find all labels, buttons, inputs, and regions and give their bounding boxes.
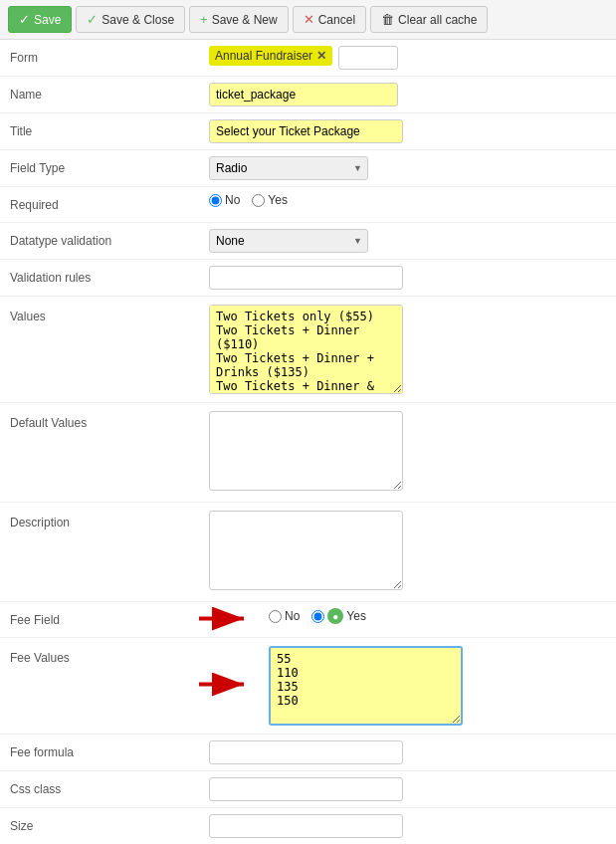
- title-field: [209, 119, 606, 143]
- fee-formula-input[interactable]: [209, 740, 403, 764]
- form-extra-input[interactable]: [338, 46, 398, 70]
- save-new-button[interactable]: + Save & New: [189, 6, 289, 33]
- cancel-button[interactable]: ✕ Cancel: [293, 6, 366, 33]
- values-row: Values: [0, 297, 616, 403]
- form-tag-text: Annual Fundraiser: [215, 49, 312, 63]
- fee-values-row: Fee Values: [0, 638, 616, 735]
- default-values-row: Default Values: [0, 403, 616, 503]
- fee-formula-label: Fee formula: [10, 740, 209, 759]
- fee-field-yes-indicator: ●: [327, 608, 343, 624]
- required-no-label[interactable]: No: [209, 193, 240, 207]
- clear-cache-button[interactable]: 🗑 Clear all cache: [370, 6, 488, 33]
- datatype-select-wrapper: None Email Number URL: [209, 229, 368, 253]
- fee-values-label: Fee Values: [10, 646, 209, 665]
- description-label: Description: [10, 511, 209, 529]
- trash-icon: 🗑: [381, 12, 394, 27]
- fee-field-arrow: [194, 603, 254, 636]
- fee-values-arrow: [194, 670, 254, 703]
- size-input[interactable]: [209, 814, 403, 838]
- default-values-field: [209, 411, 606, 491]
- fee-field-yes-label[interactable]: ● Yes: [311, 608, 366, 624]
- save-close-button[interactable]: ✓ Save & Close: [76, 6, 185, 33]
- css-class-row: Css class: [0, 771, 616, 808]
- field-type-select[interactable]: Radio Text Select Checkbox Textarea: [209, 156, 368, 180]
- validation-rules-label: Validation rules: [10, 266, 209, 285]
- fee-field-label: Fee Field: [10, 608, 209, 627]
- fee-field-field: No ● Yes: [209, 608, 606, 624]
- fee-field-no-label[interactable]: No: [269, 609, 300, 623]
- check-icon-2: ✓: [87, 12, 98, 27]
- form-tag-badge: Annual Fundraiser ✕: [209, 46, 332, 66]
- save-button[interactable]: ✓ Save: [8, 6, 72, 33]
- css-class-input[interactable]: [209, 777, 403, 801]
- cancel-icon: ✕: [304, 12, 314, 27]
- field-type-row: Field Type Radio Text Select Checkbox Te…: [0, 150, 616, 187]
- datatype-field: None Email Number URL: [209, 229, 606, 253]
- check-icon: ✓: [19, 12, 30, 27]
- title-row: Title: [0, 113, 616, 150]
- form-body: Form Annual Fundraiser ✕ Name Title Fiel…: [0, 40, 616, 844]
- required-row: Required No Yes: [0, 187, 616, 223]
- form-row: Form Annual Fundraiser ✕: [0, 40, 616, 77]
- field-type-select-wrapper: Radio Text Select Checkbox Textarea: [209, 156, 368, 180]
- validation-rules-input[interactable]: [209, 266, 403, 290]
- datatype-row: Datatype validation None Email Number UR…: [0, 223, 616, 260]
- description-row: Description: [0, 503, 616, 602]
- title-input[interactable]: [209, 119, 403, 143]
- name-input[interactable]: [209, 83, 398, 106]
- name-row: Name: [0, 77, 616, 113]
- values-field: [209, 305, 606, 394]
- required-label: Required: [10, 193, 209, 212]
- values-label: Values: [10, 305, 209, 323]
- fee-values-field: [209, 646, 606, 726]
- fee-field-row: Fee Field No ● Yes: [0, 602, 616, 638]
- size-row: Size: [0, 808, 616, 844]
- fee-values-textarea[interactable]: [269, 646, 463, 726]
- values-textarea[interactable]: [209, 305, 403, 394]
- required-yes-radio[interactable]: [252, 194, 265, 207]
- fee-formula-field: [209, 740, 606, 764]
- required-no-radio[interactable]: [209, 194, 222, 207]
- css-class-field: [209, 777, 606, 801]
- required-yes-label[interactable]: Yes: [252, 193, 288, 207]
- form-field: Annual Fundraiser ✕: [209, 46, 606, 70]
- field-type-label: Field Type: [10, 156, 209, 175]
- name-field: [209, 83, 606, 106]
- required-field: No Yes: [209, 193, 606, 207]
- default-values-label: Default Values: [10, 411, 209, 430]
- default-values-textarea[interactable]: [209, 411, 403, 491]
- form-tag-close[interactable]: ✕: [316, 49, 326, 63]
- fee-field-yes-radio[interactable]: [311, 610, 324, 623]
- name-label: Name: [10, 83, 209, 102]
- fee-field-no-radio[interactable]: [269, 610, 282, 623]
- title-label: Title: [10, 119, 209, 138]
- size-label: Size: [10, 814, 209, 833]
- description-field: [209, 511, 606, 590]
- plus-icon: +: [200, 12, 208, 27]
- css-class-label: Css class: [10, 777, 209, 796]
- size-field: [209, 814, 606, 838]
- field-type-field: Radio Text Select Checkbox Textarea: [209, 156, 606, 180]
- description-textarea[interactable]: [209, 511, 403, 590]
- fee-formula-row: Fee formula: [0, 735, 616, 771]
- toolbar: ✓ Save ✓ Save & Close + Save & New ✕ Can…: [0, 0, 616, 40]
- datatype-label: Datatype validation: [10, 229, 209, 248]
- validation-rules-row: Validation rules: [0, 260, 616, 297]
- form-label: Form: [10, 46, 209, 65]
- datatype-select[interactable]: None Email Number URL: [209, 229, 368, 253]
- validation-rules-field: [209, 266, 606, 290]
